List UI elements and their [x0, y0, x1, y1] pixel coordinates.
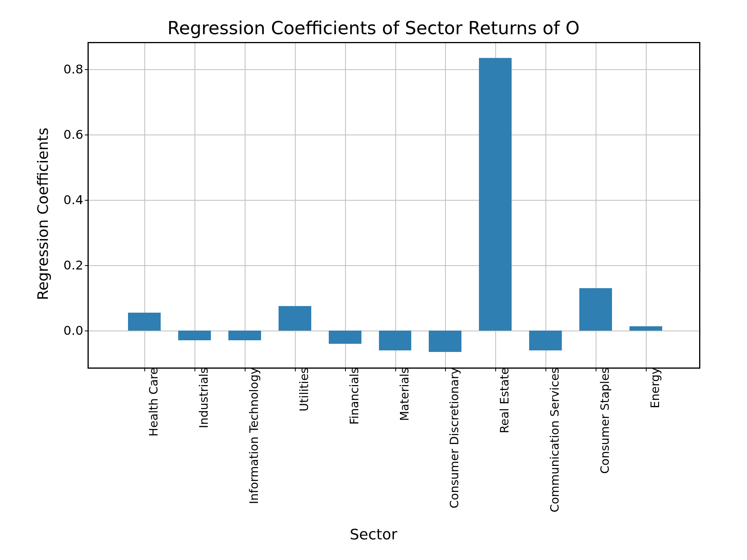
- ytick-label: 0.4: [63, 192, 89, 207]
- bar: [429, 331, 461, 352]
- bar: [630, 326, 662, 331]
- gridline-v: [545, 43, 546, 368]
- gridline-v: [195, 43, 195, 368]
- xtick-label: Energy: [643, 368, 662, 408]
- bar: [379, 331, 412, 350]
- bar: [178, 331, 211, 340]
- ytick-label: 0.6: [63, 127, 89, 142]
- ytick-label: 0.0: [63, 323, 89, 338]
- bar: [128, 313, 161, 331]
- gridline-h: [89, 135, 699, 135]
- xtick-label: Communication Services: [542, 368, 561, 513]
- figure: Regression Coefficients of Sector Return…: [0, 0, 747, 560]
- gridline-v: [445, 43, 446, 368]
- xtick-label: Financials: [342, 368, 361, 425]
- bar: [479, 58, 512, 331]
- xtick-label: Utilities: [292, 368, 311, 411]
- xtick-label: Industrials: [191, 368, 210, 428]
- xtick-label: Consumer Discretionary: [442, 368, 461, 508]
- gridline-v: [395, 43, 396, 368]
- gridline-v: [345, 43, 346, 368]
- ytick-label: 0.2: [63, 258, 89, 273]
- gridline-h: [89, 200, 699, 201]
- plot-area: 0.00.20.40.60.8Health CareIndustrialsInf…: [88, 42, 700, 369]
- x-axis-label: Sector: [0, 526, 747, 543]
- y-axis-label: Regression Coefficients: [34, 128, 51, 300]
- chart-title: Regression Coefficients of Sector Return…: [0, 18, 747, 38]
- gridline-h: [89, 265, 699, 266]
- xtick-label: Health Care: [141, 368, 160, 437]
- xtick-label: Materials: [392, 368, 411, 421]
- bar: [579, 288, 612, 331]
- ytick-label: 0.8: [63, 62, 89, 77]
- bar: [529, 331, 562, 350]
- gridline-h: [89, 69, 699, 70]
- xtick-label: Information Technology: [242, 368, 261, 504]
- xtick-label: Consumer Staples: [593, 368, 612, 474]
- xtick-label: Real Estate: [492, 368, 511, 433]
- bar: [329, 331, 361, 344]
- bar: [279, 306, 311, 331]
- bar: [228, 331, 261, 340]
- gridline-v: [646, 43, 647, 368]
- gridline-v: [245, 43, 245, 368]
